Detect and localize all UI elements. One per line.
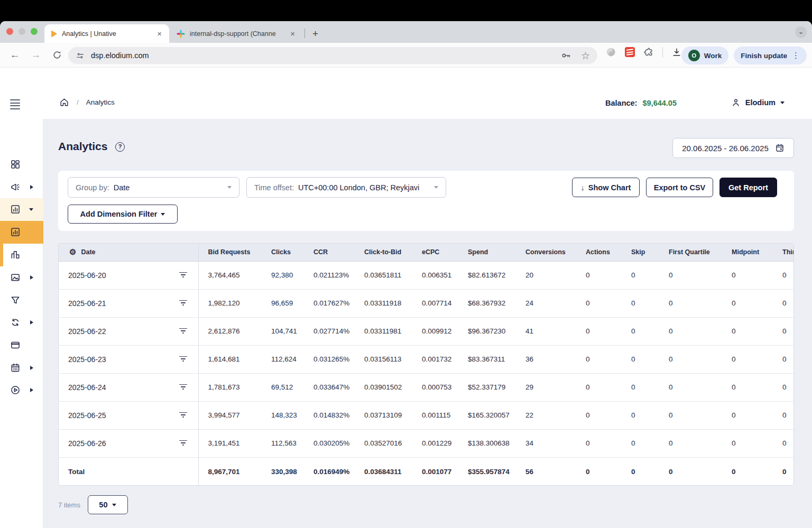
fullscreen-window-button[interactable] [31, 28, 38, 35]
row-filter-icon[interactable] [179, 440, 188, 447]
metric-cell: 0 [659, 401, 722, 429]
account-menu[interactable]: Elodium [731, 98, 785, 107]
date-range-value: 20.06.2025 - 26.06.2025 [682, 144, 768, 153]
metric-cell: 0 [576, 401, 622, 429]
sidebar-item-video[interactable] [0, 379, 43, 402]
sidebar-item-filters[interactable] [0, 289, 43, 312]
metric-cell: 36 [516, 345, 576, 373]
close-window-button[interactable] [6, 28, 13, 35]
column-header-conversions[interactable]: Conversions [516, 244, 576, 261]
metric-cell: 0 [773, 373, 794, 401]
column-header-spend[interactable]: Spend [458, 244, 516, 261]
row-filter-icon[interactable] [179, 328, 188, 335]
page-size-select[interactable]: 50 [88, 495, 128, 514]
export-csv-button[interactable]: Export to CSV [646, 178, 713, 197]
metric-cell: 0 [773, 401, 794, 429]
row-filter-icon[interactable] [179, 272, 188, 279]
breadcrumb-current[interactable]: Analytics [86, 98, 115, 106]
column-header-ccr[interactable]: CCR [304, 244, 355, 261]
extensions-puzzle-icon[interactable] [643, 47, 654, 58]
sidebar-group-analytics[interactable] [0, 198, 43, 221]
profile-chip[interactable]: O Work [681, 47, 729, 64]
date-cell: 2025-06-20 [59, 261, 198, 289]
row-filter-icon[interactable] [179, 300, 188, 307]
column-header-bid-requests[interactable]: Bid Requests [198, 244, 262, 261]
help-icon[interactable]: ? [115, 142, 125, 152]
table-settings-gear-icon[interactable]: ⚙ [69, 247, 76, 256]
sidebar-item-creatives[interactable] [0, 266, 43, 289]
column-header-midpoint[interactable]: Midpoint [722, 244, 773, 261]
row-filter-icon[interactable] [179, 384, 188, 391]
date-range-picker[interactable]: 20.06.2025 - 26.06.2025 [672, 138, 794, 158]
column-header-clicks[interactable]: Clicks [262, 244, 304, 261]
column-header-actions[interactable]: Actions [576, 244, 622, 261]
column-header-skip[interactable]: Skip [622, 244, 659, 261]
date-cell: 2025-06-23 [59, 345, 198, 373]
chevron-right-icon [30, 366, 33, 370]
close-tab-icon[interactable]: × [155, 29, 164, 38]
group-by-value: Date [114, 183, 227, 192]
metric-cell: 69,512 [262, 373, 304, 401]
extensions-area [605, 47, 682, 58]
metric-cell: 0.016949% [304, 457, 355, 486]
metric-cell: 96,659 [262, 289, 304, 317]
add-dimension-filter-button[interactable]: Add Dimension Filter [68, 205, 178, 224]
column-header-third-quartile[interactable]: Third Quartile [773, 244, 794, 261]
column-chart-icon [10, 249, 21, 260]
sidebar-item-dashboard[interactable] [0, 153, 43, 176]
home-icon[interactable] [59, 97, 69, 107]
metric-cell: 2,612,876 [198, 317, 262, 345]
site-settings-icon[interactable] [76, 51, 85, 60]
close-tab-icon[interactable]: × [288, 29, 297, 38]
extension-swirl-icon[interactable] [605, 47, 616, 58]
finish-update-button[interactable]: Finish update ⋮ [734, 47, 807, 64]
metric-cell: 0.033647% [304, 373, 355, 401]
url-text: dsp.elodium.com [91, 51, 149, 60]
browser-menu-icon[interactable]: ⋮ [792, 51, 800, 60]
metric-cell: 0 [576, 261, 622, 289]
bookmark-star-icon[interactable]: ☆ [581, 50, 590, 62]
downloads-icon[interactable] [671, 47, 682, 58]
analytics-chart-icon [10, 227, 21, 237]
address-bar[interactable]: dsp.elodium.com ☆ [68, 47, 597, 64]
table-row: 2025-06-222,612,876104,7410.027714%0.033… [59, 317, 794, 345]
tab-slack[interactable]: internal-dsp-support (Channe × [169, 24, 301, 43]
reload-button[interactable] [51, 50, 63, 60]
time-offset-select[interactable]: Time offset: UTC+00:00 London, GBR; Reyk… [246, 177, 446, 198]
forward-button[interactable]: → [30, 49, 42, 61]
browser-toolbar: ← → dsp.elodium.com [0, 43, 812, 68]
tab-search-chevron-icon[interactable]: ⌄ [795, 26, 807, 38]
chevron-right-icon [30, 320, 33, 325]
sidebar-toggle-button[interactable] [10, 99, 20, 109]
column-header-date[interactable]: ⚙Date [59, 244, 198, 261]
column-header-first-quartile[interactable]: First Quartile [659, 244, 722, 261]
column-header-click-to-bid[interactable]: Click-to-Bid [355, 244, 412, 261]
row-filter-icon[interactable] [179, 356, 188, 363]
password-key-icon[interactable] [561, 50, 571, 61]
new-tab-button[interactable]: + [308, 28, 322, 40]
breadcrumb: / Analytics [59, 97, 115, 107]
metric-cell: 0 [576, 317, 622, 345]
back-button[interactable]: ← [8, 49, 21, 61]
metric-cell: 0.03311981 [355, 317, 412, 345]
todoist-icon[interactable] [625, 47, 635, 57]
sidebar-item-campaigns[interactable] [0, 176, 43, 199]
sidebar-item-sync[interactable] [0, 311, 43, 334]
metric-cell: 0 [622, 261, 659, 289]
date-cell: 2025-06-21 [59, 289, 198, 317]
credit-card-icon [10, 340, 21, 350]
row-filter-icon[interactable] [179, 412, 188, 419]
get-report-button[interactable]: Get Report [719, 178, 777, 197]
chevron-down-icon [29, 208, 33, 211]
metric-cell: $82.613672 [458, 261, 516, 289]
column-header-ecpc[interactable]: eCPC [412, 244, 458, 261]
show-chart-button[interactable]: ↓ Show Chart [572, 178, 640, 197]
sidebar-item-billing[interactable] [0, 334, 43, 357]
sidebar-item-analytics-active[interactable] [0, 221, 43, 244]
sidebar-item-schedule[interactable] [0, 357, 43, 379]
minimize-window-button[interactable] [19, 28, 25, 35]
tab-analytics[interactable]: Analytics | Unative × [44, 24, 169, 43]
filter-panel: Group by: Date Time offset: UTC+00:00 Lo… [58, 171, 794, 231]
sidebar-item-reports[interactable] [0, 244, 43, 266]
group-by-select[interactable]: Group by: Date [68, 177, 239, 198]
